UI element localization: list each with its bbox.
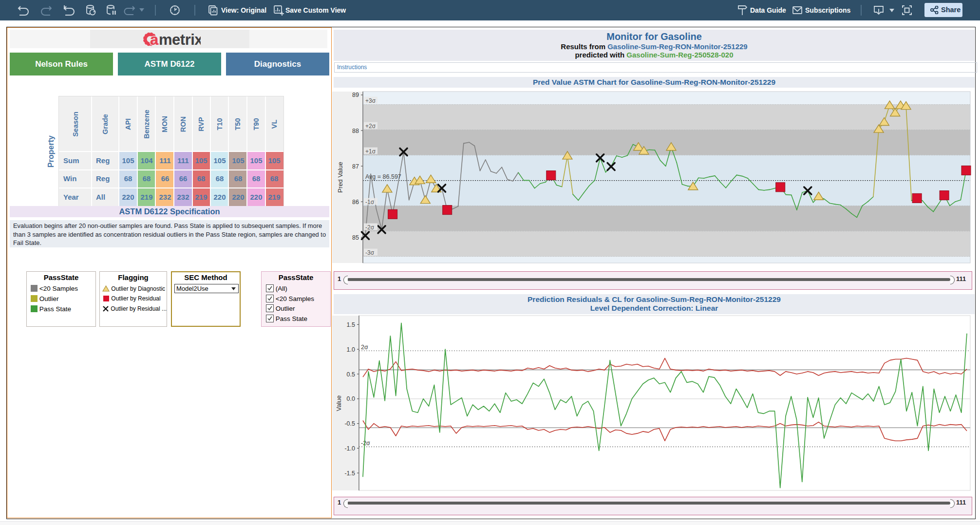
svg-text:0.5: 0.5 [347, 371, 355, 378]
svg-text:Save Custom View: Save Custom View [285, 6, 346, 14]
svg-text:-2σ: -2σ [361, 440, 370, 447]
svg-text:86: 86 [352, 199, 359, 206]
svg-text:Pred Value: Pred Value [337, 162, 344, 192]
svg-text:Value: Value [335, 395, 342, 411]
svg-text:-1.5: -1.5 [344, 470, 355, 477]
svg-text:View: Original: View: Original [221, 6, 266, 14]
svg-text:-1.0: -1.0 [344, 445, 355, 452]
svg-text:88: 88 [352, 128, 359, 134]
svg-text:-1σ: -1σ [365, 199, 375, 206]
svg-text:+2σ: +2σ [365, 123, 376, 130]
svg-text:89: 89 [352, 92, 359, 98]
svg-text:87: 87 [352, 163, 359, 170]
svg-text:1.5: 1.5 [347, 321, 355, 328]
svg-text:1.0: 1.0 [347, 346, 355, 353]
svg-text:85: 85 [352, 234, 359, 241]
svg-text:-2σ: -2σ [365, 224, 375, 231]
svg-text:metrix: metrix [159, 31, 201, 48]
svg-text:-0.5: -0.5 [344, 420, 355, 427]
svg-text:0.0: 0.0 [347, 395, 355, 402]
svg-text:+1σ: +1σ [365, 148, 376, 155]
svg-text:Subscriptions: Subscriptions [805, 6, 851, 14]
svg-text:+3σ: +3σ [365, 97, 376, 104]
svg-text:a: a [150, 31, 159, 48]
svg-text:Avg = 86.597: Avg = 86.597 [365, 173, 401, 180]
svg-text:-3σ: -3σ [365, 249, 375, 256]
svg-text:Data Guide: Data Guide [750, 6, 786, 14]
svg-text:2σ: 2σ [361, 344, 368, 351]
